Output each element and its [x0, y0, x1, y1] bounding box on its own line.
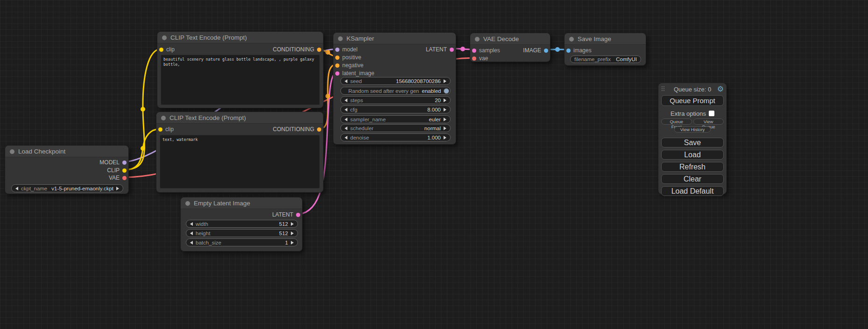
collapse-dot-icon[interactable]: [161, 116, 166, 120]
prompt-textarea[interactable]: beautiful scenery nature glass bottle la…: [161, 55, 320, 105]
collapse-dot-icon[interactable]: [475, 37, 480, 42]
save-button[interactable]: Save: [661, 138, 724, 147]
collapse-dot-icon[interactable]: [10, 149, 14, 154]
view-queue-button[interactable]: View Queue: [693, 119, 724, 125]
increment-arrow-icon[interactable]: [444, 136, 446, 140]
gear-icon[interactable]: ⚙: [717, 84, 724, 94]
widget-seed[interactable]: seed 156680208700286: [340, 77, 451, 85]
collapse-dot-icon[interactable]: [162, 35, 167, 40]
input-slot-images[interactable]: [566, 49, 571, 53]
output-slot-conditioning[interactable]: [317, 48, 321, 52]
widget-cfg[interactable]: cfg 8.000: [340, 105, 451, 113]
decrement-arrow-icon[interactable]: [345, 118, 347, 121]
increment-arrow-icon[interactable]: [444, 79, 446, 83]
widget-height[interactable]: height 512: [186, 229, 298, 237]
increment-arrow-icon[interactable]: [116, 187, 119, 190]
output-label: CONDITIONING: [273, 46, 314, 53]
widget-sampler-name[interactable]: sampler_name euler: [340, 115, 451, 123]
node-header: CLIP Text Encode (Prompt): [157, 32, 323, 43]
collapse-dot-icon[interactable]: [338, 36, 343, 41]
widget-label: height: [196, 231, 210, 236]
load-button[interactable]: Load: [661, 150, 724, 160]
prompt-textarea[interactable]: text, watermark: [160, 135, 320, 189]
slot-row: clip CONDITIONING: [156, 126, 323, 133]
increment-arrow-icon[interactable]: [291, 241, 294, 245]
increment-arrow-icon[interactable]: [444, 126, 446, 130]
input-slot-latent-image[interactable]: [335, 71, 339, 76]
output-slot-latent[interactable]: [296, 213, 300, 217]
output-slot-image[interactable]: [544, 49, 548, 53]
node-clip-text-encode-positive[interactable]: CLIP Text Encode (Prompt) clip CONDITION…: [157, 31, 324, 108]
input-slot-positive[interactable]: [335, 56, 339, 60]
decrement-arrow-icon[interactable]: [345, 98, 347, 102]
link-midpoint-dot[interactable]: [141, 107, 145, 112]
link-midpoint-dot[interactable]: [555, 47, 560, 52]
output-slot-clip[interactable]: [122, 168, 127, 173]
node-ksampler[interactable]: KSampler model LATENT positive negative …: [333, 32, 456, 145]
widget-random-seed[interactable]: Random seed after every gen enabled: [340, 87, 451, 95]
node-empty-latent-image[interactable]: Empty Latent Image LATENT width 512 heig…: [180, 197, 303, 252]
widget-steps[interactable]: steps 20: [340, 96, 451, 104]
widget-ckpt-name[interactable]: ckpt_name v1-5-pruned-emaonly.ckpt: [11, 184, 123, 192]
input-slot-samples[interactable]: [472, 49, 476, 53]
node-header: Save Image: [565, 33, 646, 45]
output-slot-latent[interactable]: [450, 48, 454, 52]
queue-panel[interactable]: Queue size: 0 ⚙ Queue Prompt Extra optio…: [658, 83, 727, 194]
input-slot-clip[interactable]: [159, 48, 163, 52]
input-slot-vae[interactable]: [472, 56, 476, 61]
increment-arrow-icon[interactable]: [444, 98, 446, 102]
input-slot-negative[interactable]: [335, 63, 339, 68]
node-title: KSampler: [346, 35, 374, 42]
clear-button[interactable]: Clear: [661, 174, 724, 184]
node-clip-text-encode-negative[interactable]: CLIP Text Encode (Prompt) clip CONDITION…: [156, 112, 324, 193]
extra-options-checkbox[interactable]: [709, 111, 714, 116]
link-midpoint-dot[interactable]: [325, 94, 330, 98]
increment-arrow-icon[interactable]: [444, 108, 446, 112]
load-default-button[interactable]: Load Default: [661, 186, 724, 196]
link-midpoint-dot[interactable]: [460, 47, 465, 51]
decrement-arrow-icon[interactable]: [190, 222, 193, 226]
increment-arrow-icon[interactable]: [291, 222, 294, 226]
queue-panel-header: Queue size: 0 ⚙: [661, 85, 724, 94]
node-vae-decode[interactable]: VAE Decode samples IMAGE vae: [470, 33, 550, 62]
node-load-checkpoint[interactable]: Load Checkpoint MODEL CLIP VAE ckpt_name…: [5, 145, 129, 194]
collapse-dot-icon[interactable]: [185, 201, 190, 206]
decrement-arrow-icon[interactable]: [345, 108, 347, 112]
toggle-icon[interactable]: [444, 88, 449, 94]
decrement-arrow-icon[interactable]: [190, 241, 193, 245]
widget-scheduler[interactable]: scheduler normal: [340, 124, 451, 132]
output-slot-vae[interactable]: [122, 176, 127, 180]
collapse-dot-icon[interactable]: [569, 37, 574, 42]
view-history-button[interactable]: View History: [674, 126, 711, 133]
node-title: CLIP Text Encode (Prompt): [169, 114, 246, 121]
widget-denoise[interactable]: denoise 1.000: [340, 133, 451, 141]
input-slot-clip[interactable]: [158, 127, 162, 132]
increment-arrow-icon[interactable]: [444, 118, 446, 121]
link-midpoint-dot[interactable]: [325, 50, 330, 55]
node-save-image[interactable]: Save Image images filename_prefix ComfyU…: [564, 33, 646, 66]
queue-prompt-button[interactable]: Queue Prompt: [661, 95, 724, 106]
output-label: MODEL: [99, 159, 120, 166]
queue-front-button[interactable]: Queue Front: [661, 119, 692, 125]
widget-label: scheduler: [350, 126, 374, 131]
refresh-button[interactable]: Refresh: [661, 162, 724, 172]
decrement-arrow-icon[interactable]: [345, 126, 347, 130]
widget-filename-prefix[interactable]: filename_prefix ComfyUI: [570, 56, 641, 63]
decrement-arrow-icon[interactable]: [345, 79, 347, 83]
decrement-arrow-icon[interactable]: [345, 136, 347, 140]
decrement-arrow-icon[interactable]: [190, 231, 193, 235]
link-midpoint-dot[interactable]: [141, 146, 145, 151]
widget-value: normal: [424, 126, 441, 131]
widget-label: steps: [350, 98, 363, 103]
graph-canvas[interactable]: { "canvas": { "bg": "#1d1d1d", "grid_lin…: [0, 0, 868, 329]
increment-arrow-icon[interactable]: [291, 231, 294, 235]
input-slot-model[interactable]: [335, 48, 339, 52]
output-label: VAE: [109, 175, 120, 181]
output-slot-model[interactable]: [122, 161, 127, 165]
output-slot-conditioning[interactable]: [317, 127, 321, 132]
decrement-arrow-icon[interactable]: [15, 187, 18, 190]
widget-label: ckpt_name: [21, 186, 47, 191]
widget-batch-size[interactable]: batch_size 1: [186, 238, 298, 246]
widget-width[interactable]: width 512: [186, 220, 298, 228]
input-label: latent_image: [342, 70, 374, 77]
